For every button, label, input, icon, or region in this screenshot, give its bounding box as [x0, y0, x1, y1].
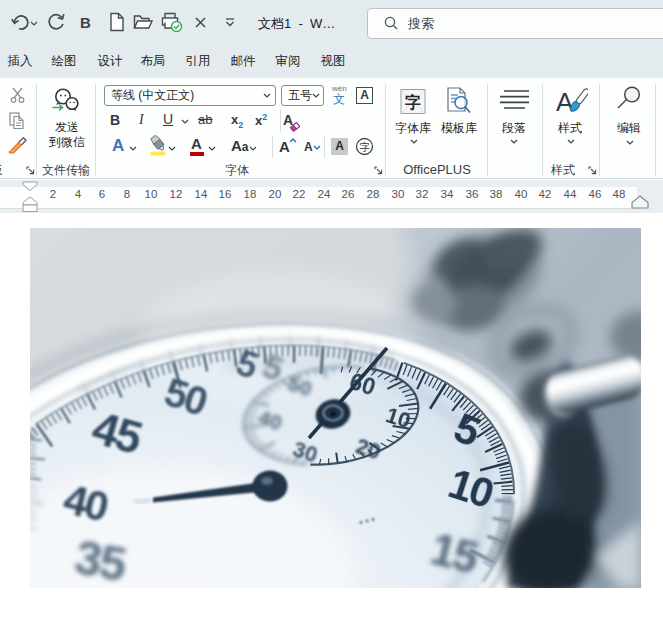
svg-text:A: A	[556, 87, 574, 117]
svg-text:字: 字	[405, 93, 421, 111]
svg-text:35: 35	[71, 530, 130, 588]
svg-text:A: A	[279, 138, 290, 155]
svg-text:A: A	[304, 140, 313, 154]
svg-text:字: 字	[360, 141, 371, 153]
svg-text:A: A	[283, 112, 293, 128]
